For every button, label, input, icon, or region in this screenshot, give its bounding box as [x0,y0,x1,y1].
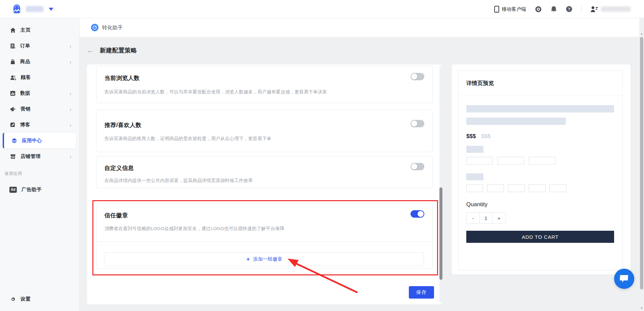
settings-gear-icon [10,296,16,302]
sidebar-item-store-manage[interactable]: 店铺管理 ‹ [0,148,79,164]
price-original: $$$ [481,133,490,139]
card-title: 信任徽章 [104,212,128,219]
app-title-bar: 转化助手 [80,18,639,37]
scroll-up-arrow[interactable]: ▲ [639,32,644,35]
skeleton-product-subtitle-bar [466,118,566,125]
card-custom-info: 自定义信息 在商品详情内提供一些公共内容设置，提高商品详情页添加时候工作效率 [96,156,433,188]
preview-eye-icon[interactable] [535,6,542,13]
account-menu[interactable] [590,6,631,12]
page-scrollbar-thumb[interactable] [640,37,643,290]
store-switcher[interactable] [11,3,53,15]
page-scrollbar-track[interactable]: ▲ ▼ [639,31,644,311]
detail-preview-panel: 详情页预览 $$$$$$ Quantity - 1 + ADD [452,64,631,274]
save-button[interactable]: 保存 [409,286,434,299]
sidebar-item-marketing[interactable]: 营销 ‹ [0,101,79,117]
sidebar-item-ad-assistant[interactable]: Ad 广告助手 [0,182,79,197]
add-badge-group-button[interactable]: + 添加一组徽章 [105,252,424,266]
current-viewers-toggle[interactable] [411,73,424,80]
card-recommend-likes: 推荐/喜欢人数 告诉买家商品的推荐人数，证明商品的受欢迎程度，用户从众心理下，更… [96,110,433,152]
header-divider [581,5,582,13]
trust-badge-toggle[interactable] [411,210,424,218]
variant-option-box[interactable] [487,184,504,192]
data-chart-icon [10,91,15,96]
sidebar: 主页 订单 ‹ 商品 ‹ 顾客 数据 ‹ [0,18,80,311]
variant-option-box[interactable] [508,184,525,192]
content-scrollbar-track[interactable] [439,66,442,303]
variant-option-box[interactable] [466,184,483,192]
quantity-stepper: - 1 + [466,212,506,224]
live-chat-button[interactable] [614,269,634,289]
store-dropdown-caret-icon [49,8,53,11]
card-desc: 告诉买家商品的推荐人数，证明商品的受欢迎程度，用户从众心理下，更容易下单 [104,136,271,142]
skeleton-option-label [466,173,483,180]
add-to-cart-button[interactable]: ADD TO CART [466,231,614,243]
preview-title: 详情页预览 [466,80,494,87]
strategy-panel: 当前浏览人数 告诉买家商品的当前浏览人数，可以与库存紧张配合使用，浏览人数越多，… [87,64,442,304]
mobile-client-label: 移动客户端 [502,6,526,12]
svg-text:?: ? [568,7,570,11]
sidebar-item-home[interactable]: 主页 [0,22,79,38]
page-title: 新建配置策略 [100,46,137,54]
card-current-viewers: 当前浏览人数 告诉买家商品的当前浏览人数，可以与库存紧张配合使用，浏览人数越多，… [96,66,433,103]
card-title: 当前浏览人数 [104,74,140,82]
sidebar-item-blog[interactable]: 博客 ‹ [0,117,79,133]
quantity-decrease-button[interactable]: - [466,212,480,224]
notifications-bell-icon[interactable] [551,6,557,13]
card-title: 自定义信息 [104,164,134,172]
card-desc: 在商品详情内提供一些公共内容设置，提高商品详情页添加时候工作效率 [104,178,253,184]
top-header: 移动客户端 ? [0,0,644,18]
sidebar-item-orders[interactable]: 订单 ‹ [0,38,79,54]
ad-badge-icon: Ad [9,187,17,193]
sidebar-item-settings[interactable]: 设置 [0,291,79,307]
conversion-assistant-icon [91,24,98,31]
toggle-knob [411,164,417,170]
recommended-apps-section-label: 推荐应用 [5,171,22,177]
page-title-row: ← 新建配置策略 [87,46,137,54]
variant-option-box[interactable] [529,184,546,192]
toggle-knob [411,74,417,80]
username-redacted [601,6,631,12]
chevron-collapsed-icon: ‹ [70,122,71,128]
sidebar-item-customers[interactable]: 顾客 [0,70,79,85]
price-row: $$$$$$ [466,133,491,140]
chevron-collapsed-icon: ‹ [70,58,71,65]
sidebar-item-data[interactable]: 数据 ‹ [0,85,79,101]
store-manage-icon [10,154,16,159]
page-root: 移动客户端 ? 主页 [0,0,644,311]
skeleton-product-title-bar [466,105,614,113]
back-arrow-button[interactable]: ← [87,47,94,54]
card-trust-badge: 信任徽章 消费者在看到可信赖的LOGO会感到更加安全，通过LOGO也可以很快捷的… [96,203,433,269]
variant-option-box[interactable] [529,157,556,165]
marketing-icon [10,106,16,112]
orders-icon [10,43,15,49]
chevron-collapsed-icon: ‹ [70,43,71,49]
variant-option-box[interactable] [466,157,493,165]
sidebar-item-products[interactable]: 商品 ‹ [0,54,79,70]
recommend-likes-toggle[interactable] [411,120,424,127]
toggle-knob [418,211,424,217]
quantity-label: Quantity [466,201,487,208]
customers-icon [10,75,16,80]
quantity-value: 1 [480,212,492,224]
card-desc: 消费者在看到可信赖的LOGO会感到更加安全，通过LOGO也可以很快捷的了解平台保… [104,226,285,232]
sidebar-item-app-center[interactable]: 应用中心 [3,133,76,148]
mobile-client-link[interactable]: 移动客户端 [494,6,526,13]
store-logo-icon [11,3,23,15]
variant-option-box[interactable] [498,157,524,165]
variant-option-box[interactable] [550,184,566,192]
scroll-down-arrow[interactable]: ▼ [639,307,644,310]
header-actions: 移动客户端 ? [494,0,631,18]
quantity-increase-button[interactable]: + [492,212,506,224]
store-name-redacted [26,6,43,12]
preview-header: 详情页预览 [459,71,622,96]
chevron-collapsed-icon: ‹ [70,153,71,160]
chevron-collapsed-icon: ‹ [70,90,71,97]
help-icon[interactable]: ? [566,6,572,12]
content-scrollbar-thumb[interactable] [439,187,442,280]
add-badge-group-label: 添加一组徽章 [253,256,282,262]
app-title: 转化助手 [102,25,123,31]
custom-info-toggle[interactable] [411,163,424,170]
chat-bubble-icon [619,274,629,283]
price-current: $$$ [466,133,476,139]
card-title: 推荐/喜欢人数 [104,121,141,129]
